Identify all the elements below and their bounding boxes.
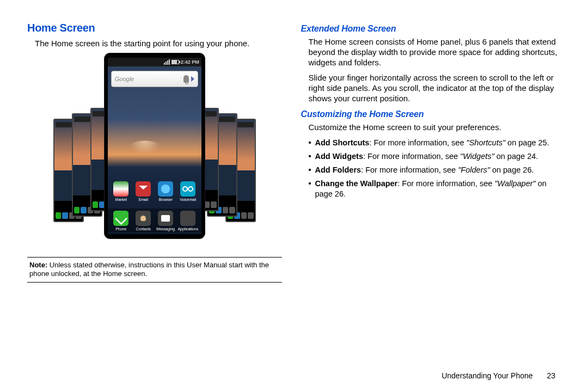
bullet-ref: "Folders" [458,166,490,174]
dock-contacts[interactable]: Contacts [133,211,154,231]
google-logo: Google [115,76,181,82]
main-phone: 2:42 PM Google Market Email Browser Voic… [105,53,205,238]
para-extended-1: The Home screen consists of Home panel, … [309,37,561,68]
para-customizing: Customize the Home screen to suit your p… [309,122,561,133]
mic-icon[interactable] [183,75,189,83]
app-label: Voicemail [180,198,196,201]
app-email[interactable]: Email [133,181,154,201]
clock: 2:42 PM [181,59,199,65]
bullet-widgets: Add Widgets: For more information, see "… [309,151,561,162]
footer-section: Understanding Your Phone [442,371,532,380]
dock-applications[interactable]: Applications [177,211,198,231]
note-label: Note: [29,261,47,269]
bullet-mid: : For more information, see [361,166,458,174]
heading-home-screen: Home Screen [27,22,282,34]
google-search-widget[interactable]: Google [111,71,198,87]
page-footer: Understanding Your Phone 23 [442,371,555,380]
page-number: 23 [547,371,555,380]
app-label: Applications [177,227,198,231]
apps-icon [180,211,195,226]
dock-phone[interactable]: Phone [111,211,131,231]
dock-row: Phone Contacts Messaging Applications [108,209,201,232]
email-icon [136,181,151,197]
app-label: Contacts [136,227,151,231]
app-voicemail[interactable]: Voicemail [177,181,198,201]
app-market[interactable]: Market [111,181,131,201]
voicemail-icon [180,181,195,197]
bullet-shortcuts: Add Shortcuts: For more information, see… [309,138,561,148]
note-text: Unless stated otherwise, instructions in… [29,261,269,278]
bullet-bold: Add Shortcuts [315,138,370,147]
battery-icon [171,60,179,64]
bullet-bold: Add Folders [315,166,362,174]
wallpaper-reflection [128,141,161,155]
para-extended-2: Slide your finger horizontally across th… [309,73,561,103]
intro-text: The Home screen is the starting point fo… [35,39,282,48]
browser-icon [158,181,173,197]
bullet-mid: : For more information, see [369,138,466,147]
app-label: Messaging [156,227,175,231]
bullet-tail: on page 26. [490,166,534,174]
market-icon [113,181,128,197]
app-label: Browser [158,198,173,201]
bullet-bold: Add Widgets [315,152,363,161]
bullet-ref: "Widgets" [460,152,494,161]
bullet-wallpaper: Change the Wallpaper: For more informati… [309,179,561,199]
bullet-ref: "Wallpaper" [494,179,535,188]
bullet-mid: : For more information, see [363,152,460,161]
messaging-icon [158,211,173,226]
bullet-tail: on page 25. [505,138,549,147]
phone-icon [113,211,128,226]
contacts-icon [136,211,151,226]
heading-extended: Extended Home Screen [301,24,561,34]
bullet-bold: Change the Wallpaper [315,179,398,188]
bullet-tail: on page 24. [494,152,538,161]
app-browser[interactable]: Browser [155,181,176,201]
app-shortcut-row: Market Email Browser Voicemail [108,181,201,201]
bullet-folders: Add Folders: For more information, see "… [309,165,561,175]
search-go-icon[interactable] [191,76,194,82]
home-screen-illustration: 2:42 PM Google Market Email Browser Voic… [40,53,269,249]
app-label: Email [139,198,149,201]
bullet-ref: "Shortcuts" [467,138,506,147]
status-bar: 2:42 PM [108,58,201,66]
bullet-mid: : For more information, see [397,179,494,188]
heading-customizing: Customizing the Home Screen [301,109,561,119]
signal-icon [164,59,170,65]
divider [27,282,282,283]
note-block: Note: Unless stated otherwise, instructi… [27,257,282,283]
bullet-list: Add Shortcuts: For more information, see… [309,138,561,199]
app-label: Phone [115,227,126,231]
app-label: Market [115,198,127,201]
dock-messaging[interactable]: Messaging [155,211,176,231]
